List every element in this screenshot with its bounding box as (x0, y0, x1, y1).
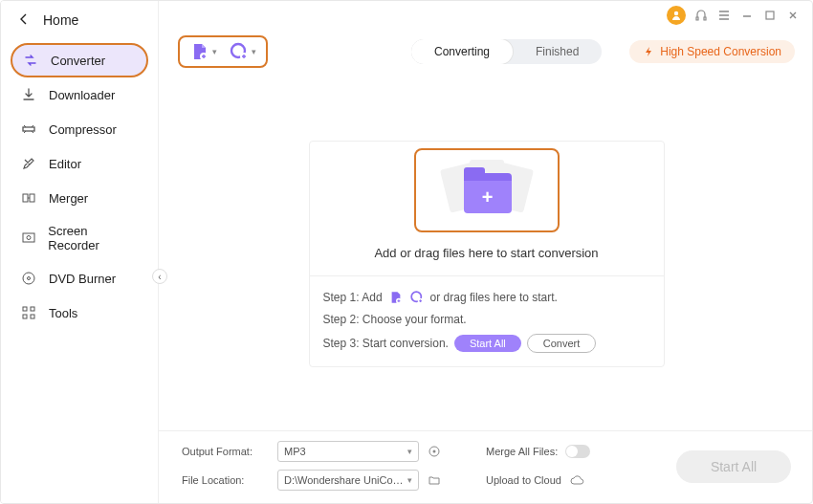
svg-rect-3 (23, 233, 34, 242)
svg-rect-2 (30, 194, 34, 202)
home-label: Home (43, 12, 78, 28)
sidebar-item-editor[interactable]: Editor (11, 146, 148, 181)
sidebar-item-label: DVD Burner (49, 272, 116, 286)
tab-converting[interactable]: Converting (411, 39, 513, 64)
sidebar-item-tools[interactable]: Tools (11, 296, 148, 330)
home-row[interactable]: Home (1, 1, 158, 39)
svg-point-6 (28, 277, 31, 280)
svg-rect-1 (23, 194, 28, 202)
maximize-icon[interactable] (762, 8, 778, 23)
output-format-label: Output Format: (182, 446, 270, 457)
screen-recorder-icon (20, 230, 36, 247)
account-avatar[interactable] (667, 6, 686, 25)
svg-rect-7 (23, 307, 27, 311)
content-area: + Add or drag files here to start conver… (159, 74, 813, 430)
merge-all-toggle[interactable] (565, 445, 590, 458)
svg-rect-8 (31, 307, 34, 311)
merger-icon (20, 189, 37, 207)
step3-text: Step 3: Start conversion. (323, 337, 449, 350)
step-3: Step 3: Start conversion. Start All Conv… (323, 330, 650, 357)
output-format-select[interactable]: MP3 ▾ (277, 441, 419, 462)
svg-point-4 (27, 236, 31, 240)
download-icon (20, 86, 37, 103)
high-speed-conversion-badge[interactable]: High Speed Conversion (629, 40, 795, 63)
close-icon[interactable] (785, 8, 801, 23)
add-disc-icon (409, 290, 425, 305)
svg-point-11 (674, 11, 678, 15)
sidebar-item-dvd-burner[interactable]: DVD Burner (11, 261, 148, 296)
nav: Converter Downloader Compressor Editor M… (1, 39, 158, 330)
lightning-icon (643, 46, 654, 57)
sidebar-item-compressor[interactable]: Compressor (11, 112, 148, 146)
sidebar: Home Converter Downloader Compressor Edi… (1, 1, 159, 504)
sidebar-item-label: Screen Recorder (48, 224, 139, 252)
steps-panel: Step 1: Add or drag files here to start.… (310, 275, 664, 366)
footer: Output Format: MP3 ▾ Merge All Files: Fi… (159, 430, 813, 504)
sidebar-item-converter[interactable]: Converter (11, 43, 148, 77)
open-folder-icon[interactable] (427, 472, 442, 488)
sidebar-item-label: Compressor (49, 122, 117, 137)
tab-finished[interactable]: Finished (513, 39, 602, 64)
tabs: Converting Finished (411, 39, 602, 64)
tools-icon (20, 304, 37, 321)
add-disc-button[interactable]: ▾ (229, 41, 256, 62)
chevron-down-icon: ▾ (252, 47, 256, 56)
sidebar-item-label: Editor (49, 157, 81, 171)
sidebar-item-label: Downloader (49, 88, 115, 102)
convert-inline-button[interactable]: Convert (527, 334, 597, 353)
chevron-down-icon: ▾ (212, 47, 217, 56)
output-format-value: MP3 (284, 446, 306, 457)
dvd-icon (20, 270, 37, 287)
sidebar-item-downloader[interactable]: Downloader (11, 77, 148, 112)
file-location-label: File Location: (182, 474, 270, 486)
add-file-button[interactable]: ▾ (189, 41, 217, 62)
svg-point-20 (433, 450, 436, 453)
file-location-select[interactable]: D:\Wondershare UniConverter 1 ▾ (277, 470, 419, 491)
editor-icon (20, 155, 37, 172)
titlebar (157, 1, 812, 30)
upload-cloud-label: Upload to Cloud (486, 474, 561, 486)
plus-icon: + (482, 187, 494, 207)
svg-rect-9 (23, 315, 27, 318)
step1-prefix: Step 1: Add (323, 291, 383, 304)
sidebar-item-label: Converter (51, 54, 105, 68)
dropzone: + Add or drag files here to start conver… (309, 141, 665, 367)
svg-point-5 (23, 273, 34, 284)
step1-suffix: or drag files here to start. (430, 291, 558, 304)
add-disc-icon (229, 41, 250, 62)
step-1: Step 1: Add or drag files here to start. (323, 286, 650, 309)
support-icon[interactable] (693, 8, 709, 23)
add-files-dropzone[interactable]: + (414, 148, 560, 232)
step-2: Step 2: Choose your format. (323, 309, 650, 330)
minimize-icon[interactable] (739, 8, 755, 23)
sidebar-item-merger[interactable]: Merger (11, 181, 148, 215)
chevron-down-icon: ▾ (407, 475, 412, 485)
start-all-button[interactable]: Start All (676, 450, 791, 483)
add-buttons-group: ▾ ▾ (178, 35, 268, 68)
folder-illustration: + (439, 160, 535, 221)
sidebar-item-label: Merger (49, 191, 88, 206)
menu-icon[interactable] (716, 8, 732, 23)
merge-all-label: Merge All Files: (486, 446, 558, 457)
svg-rect-0 (23, 127, 34, 131)
toolbar: ▾ ▾ Converting Finished High Speed Conve… (159, 30, 813, 74)
back-icon[interactable] (18, 12, 30, 28)
compressor-icon (20, 121, 37, 138)
settings-icon[interactable] (427, 444, 442, 459)
sidebar-item-label: Tools (49, 306, 77, 320)
chevron-down-icon: ▾ (407, 447, 412, 456)
svg-rect-10 (31, 315, 34, 318)
file-location-value: D:\Wondershare UniConverter 1 (284, 474, 407, 486)
add-file-icon (388, 290, 404, 305)
start-all-inline-button[interactable]: Start All (454, 335, 521, 352)
hsc-label: High Speed Conversion (660, 45, 781, 58)
converter-icon (22, 52, 39, 69)
drop-message: Add or drag files here to start conversi… (374, 246, 598, 270)
add-file-icon (189, 41, 210, 62)
main: ▾ ▾ Converting Finished High Speed Conve… (159, 30, 813, 504)
svg-rect-12 (766, 11, 774, 19)
cloud-icon[interactable] (569, 472, 584, 488)
sidebar-item-screen-recorder[interactable]: Screen Recorder (11, 215, 148, 261)
